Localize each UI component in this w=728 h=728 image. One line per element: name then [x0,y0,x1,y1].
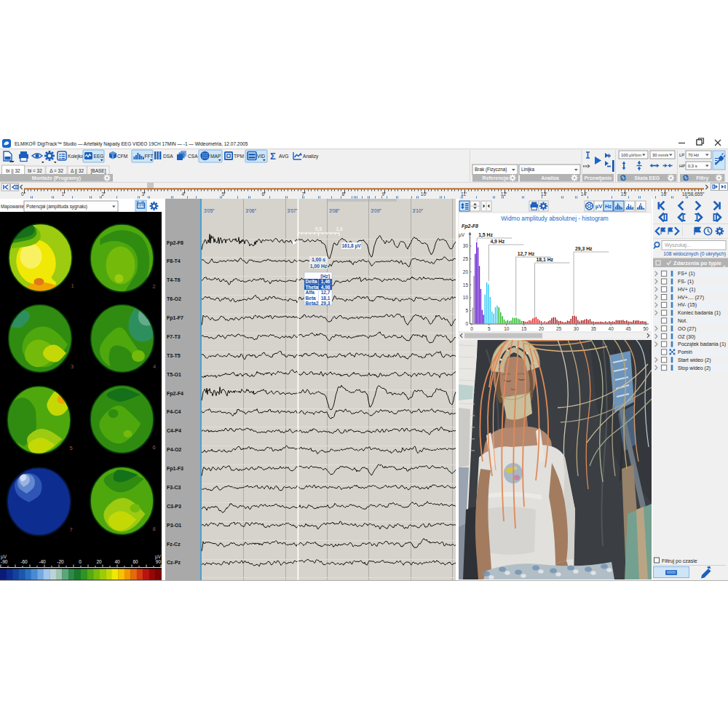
svg-text:6: 6 [153,444,156,451]
svg-text:20: 20 [539,326,545,331]
svg-text:50: 50 [643,326,649,331]
svg-text:Skala EEG: Skala EEG [634,175,660,181]
svg-text:Hz: Hz [605,203,612,210]
svg-text:OZ (30): OZ (30) [678,334,695,340]
svg-text:0: 0 [79,559,82,564]
svg-text:Mapowanie:: Mapowanie: [1,204,25,210]
svg-text:1,0: 1,0 [336,226,342,232]
svg-text:35: 35 [591,326,597,331]
svg-text:Przewijanie: Przewijanie [584,175,612,181]
svg-text:8′: 8′ [342,191,347,197]
svg-text:-20: -20 [57,559,64,564]
svg-text:3: 3 [71,363,74,370]
svg-text:Fp1-F3: Fp1-F3 [167,466,183,472]
svg-text:1,00 Hz: 1,00 Hz [310,264,328,269]
svg-text:29,3 Hz: 29,3 Hz [575,246,593,252]
svg-text:4′: 4′ [182,191,186,197]
svg-text:HV+ (1): HV+ (1) [678,287,695,293]
svg-text:[BASE]: [BASE] [91,168,106,174]
svg-text:25: 25 [463,256,469,261]
svg-text:Referencja: Referencja [483,175,509,181]
svg-text:HP: HP [679,164,685,168]
svg-text:108 widocznych (0 ukrytych): 108 widocznych (0 ukrytych) [663,251,726,257]
svg-text:3'10″: 3'10″ [413,208,424,213]
svg-text:Beta2: Beta2 [306,301,319,306]
svg-text:45: 45 [625,326,631,331]
svg-text:90: 90 [156,559,162,564]
svg-text:DSA: DSA [163,154,173,159]
svg-text:Δ || 32: Δ || 32 [71,168,84,174]
svg-text:15: 15 [521,326,527,331]
svg-text:40: 40 [609,326,614,331]
svg-text:-60: -60 [20,559,28,564]
svg-text:FS+ (1): FS+ (1) [678,271,695,277]
svg-text:P4-O2: P4-O2 [167,447,181,452]
svg-text:Koniec badania (1): Koniec badania (1) [678,310,721,316]
svg-text:Analiza: Analiza [541,175,559,181]
svg-text:F7-T3: F7-T3 [167,334,181,339]
svg-text:4,9 Hz: 4,9 Hz [490,239,505,245]
svg-text:-90: -90 [1,559,8,564]
svg-text:15: 15 [463,282,469,288]
svg-text:FFT: FFT [145,154,154,159]
svg-text:F4-C4: F4-C4 [167,409,181,414]
svg-text:1,00 s: 1,00 s [312,257,325,263]
svg-text:Potencjał (amplituda sygnału): Potencjał (amplituda sygnału) [26,204,87,210]
svg-text:bi || 32: bi || 32 [6,168,20,174]
svg-text:LP: LP [679,153,684,157]
svg-text:Δ = 32: Δ = 32 [50,168,63,173]
svg-text:18,1 Hz: 18,1 Hz [537,257,554,263]
svg-text:12′: 12′ [501,191,507,197]
svg-text:0: 0 [465,321,468,326]
svg-text:7: 7 [70,526,73,533]
svg-text:10: 10 [504,326,510,331]
svg-text:5: 5 [488,326,491,331]
svg-text:20: 20 [463,269,469,274]
svg-text:EEG: EEG [94,154,104,159]
svg-text:14′: 14′ [581,191,587,197]
svg-text:T6-O2: T6-O2 [167,296,181,301]
svg-text:Fp2-F4: Fp2-F4 [167,391,183,397]
svg-text:CFM: CFM [117,154,127,159]
svg-text:Start wideo (2): Start wideo (2) [678,357,711,363]
svg-text:0,5: 0,5 [315,226,322,232]
svg-text:MAP: MAP [210,154,221,159]
svg-text:0: 0 [470,326,473,331]
svg-text:3'07″: 3'07″ [288,208,298,213]
svg-text:161,8 µV: 161,8 µV [341,243,361,249]
svg-text:30: 30 [574,326,579,331]
svg-text:0″: 0″ [21,191,26,197]
svg-text:HV- (15): HV- (15) [678,302,697,308]
svg-text:Beta: Beta [306,296,317,301]
svg-text:10′: 10′ [421,191,427,197]
svg-text:30 mm/s: 30 mm/s [652,153,668,157]
svg-text:HV+.... (27): HV+.... (27) [678,295,704,301]
svg-text:4: 4 [153,363,156,370]
svg-text:0,3 s: 0,3 s [688,164,697,168]
svg-text:Filtry: Filtry [696,175,708,181]
svg-text:Brak (Fizyczna): Brak (Fizyczna) [475,167,507,173]
svg-text:Delta: Delta [306,279,317,284]
svg-text:OO (27): OO (27) [678,326,696,332]
svg-text:8: 8 [153,526,156,532]
svg-text:25: 25 [556,326,562,331]
svg-text:5: 5 [465,308,468,313]
svg-text:Zdarzenia po typie: Zdarzenia po typie [673,260,721,266]
svg-text:bi = 32: bi = 32 [28,168,42,173]
svg-text:9′: 9′ [382,191,387,197]
svg-text:µV: µV [596,203,602,210]
svg-text:T4-T6: T4-T6 [167,277,181,282]
svg-text:Linijka: Linijka [521,167,535,173]
svg-text:3'05″: 3'05″ [204,208,215,213]
svg-text:C3-P3: C3-P3 [167,504,181,509]
svg-text:30: 30 [463,243,469,248]
svg-text:Filtruj po czasie: Filtruj po czasie [662,558,697,564]
svg-text:Wyszukaj...: Wyszukaj... [665,242,691,248]
svg-text:1,5 Hz: 1,5 Hz [478,232,493,238]
svg-text:µV: µV [459,232,465,238]
svg-text:TPM: TPM [234,154,244,159]
svg-text:5: 5 [70,445,73,451]
svg-text:Theta: Theta [306,285,319,290]
svg-text:6′: 6′ [262,191,266,197]
svg-text:-40: -40 [39,559,46,564]
